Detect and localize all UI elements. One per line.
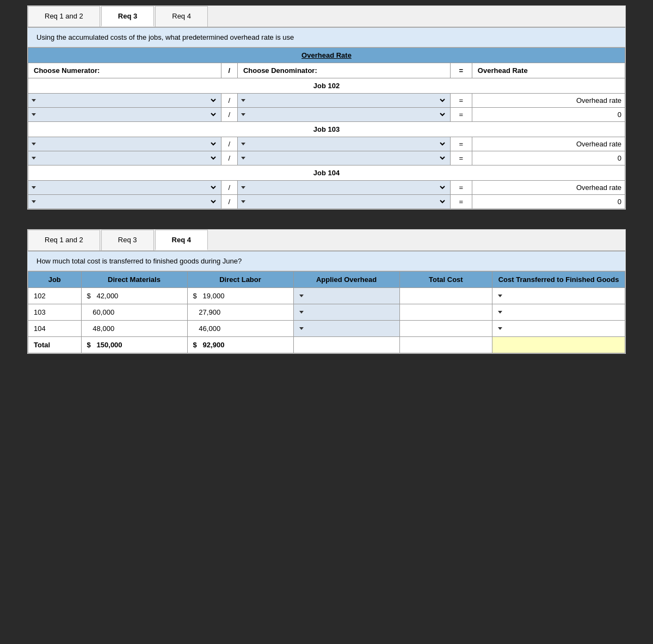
col-equals: = xyxy=(450,63,472,78)
dropdown-arrow-icon[interactable] xyxy=(32,143,36,145)
tab-req4[interactable]: Req 4 xyxy=(155,6,208,27)
row103-ao[interactable] xyxy=(293,304,399,321)
row103-tc xyxy=(399,304,492,321)
total-ctfg xyxy=(492,337,625,353)
tab-req1and2[interactable]: Req 1 and 2 xyxy=(28,6,100,27)
dropdown-arrow-icon[interactable] xyxy=(32,99,36,102)
job103-result1: Overhead rate xyxy=(472,137,625,151)
job103-denominator2[interactable] xyxy=(237,151,450,165)
col-ctfg: Cost Transferred to Finished Goods xyxy=(492,272,625,288)
dropdown-arrow-icon[interactable] xyxy=(299,327,304,330)
job102-numerator1[interactable] xyxy=(28,94,221,108)
row102-ao[interactable] xyxy=(293,288,399,304)
row103-dm: 60,000 xyxy=(81,304,187,321)
col-job: Job xyxy=(28,272,82,288)
tab2-req4[interactable]: Req 4 xyxy=(155,230,208,250)
job103-row2: / = 0 xyxy=(28,151,625,165)
job104-row1: / = Overhead rate xyxy=(28,181,625,195)
equals4: = xyxy=(450,151,472,165)
job102-title-row: Job 102 xyxy=(28,78,625,94)
dropdown-arrow-icon[interactable] xyxy=(498,295,502,297)
job104-numerator1[interactable] xyxy=(28,181,221,195)
section2: Req 1 and 2 Req 3 Req 4 How much total c… xyxy=(27,229,626,354)
dropdown-arrow-icon[interactable] xyxy=(498,327,502,330)
cost-transferred-table: Job Direct Materials Direct Labor Applie… xyxy=(28,271,625,353)
dropdown-arrow-icon[interactable] xyxy=(241,157,245,160)
job104-result2: 0 xyxy=(472,195,625,209)
col-slash: / xyxy=(221,63,237,78)
row104-ao[interactable] xyxy=(293,321,399,337)
row102-dm: $ 42,000 xyxy=(81,288,187,304)
total-tc xyxy=(399,337,492,353)
row104-dm: 48,000 xyxy=(81,321,187,337)
total-label: Total xyxy=(28,337,82,353)
row103-ctfg xyxy=(492,304,625,321)
job102-numerator2-select[interactable] xyxy=(38,110,218,119)
job102-row2: / = 0 xyxy=(28,108,625,122)
row104-ctfg xyxy=(492,321,625,337)
job102-numerator1-select[interactable] xyxy=(38,96,218,105)
col-dl: Direct Labor xyxy=(187,272,293,288)
dropdown-arrow-icon[interactable] xyxy=(241,113,245,116)
job102-denominator2-select[interactable] xyxy=(248,110,447,119)
cost-table-header-row: Job Direct Materials Direct Labor Applie… xyxy=(28,272,625,288)
job104-denominator2[interactable] xyxy=(237,195,450,209)
dropdown-arrow-icon[interactable] xyxy=(32,113,36,116)
job104-denominator1-select[interactable] xyxy=(248,183,447,192)
tab2-req3[interactable]: Req 3 xyxy=(101,230,154,250)
equals1: = xyxy=(450,94,472,108)
job104-numerator2[interactable] xyxy=(28,195,221,209)
job104-numerator1-select[interactable] xyxy=(38,183,218,192)
dropdown-arrow-icon[interactable] xyxy=(299,295,304,297)
dropdown-arrow-icon[interactable] xyxy=(32,157,36,160)
job102-result1: Overhead rate xyxy=(472,94,625,108)
section1: Req 1 and 2 Req 3 Req 4 Using the accumu… xyxy=(27,5,626,210)
slash6: / xyxy=(221,195,237,209)
table-row: 102 $ 42,000 $ 19,000 xyxy=(28,288,625,304)
dropdown-arrow-icon[interactable] xyxy=(241,186,245,189)
job103-denominator1-select[interactable] xyxy=(248,139,447,149)
total-dl: $ 92,900 xyxy=(187,337,293,353)
job102-denominator2[interactable] xyxy=(237,108,450,122)
row102-dl: $ 19,000 xyxy=(187,288,293,304)
overhead-rate-table: Overhead Rate Choose Numerator: / Choose… xyxy=(28,47,625,209)
slash5: / xyxy=(221,181,237,195)
job104-result1: Overhead rate xyxy=(472,181,625,195)
job104-denominator1[interactable] xyxy=(237,181,450,195)
row103-dl: 27,900 xyxy=(187,304,293,321)
tab-req3[interactable]: Req 3 xyxy=(101,6,154,27)
dropdown-arrow-icon[interactable] xyxy=(32,200,36,203)
job102-numerator2[interactable] xyxy=(28,108,221,122)
job102-denominator1-select[interactable] xyxy=(248,96,447,105)
job103-row1: / = Overhead rate xyxy=(28,137,625,151)
job102-result2: 0 xyxy=(472,108,625,122)
job104-title-row: Job 104 xyxy=(28,165,625,181)
table-row: 103 60,000 27,900 xyxy=(28,304,625,321)
dropdown-arrow-icon[interactable] xyxy=(241,99,245,102)
job104-denominator2-select[interactable] xyxy=(248,197,447,206)
job102-denominator1[interactable] xyxy=(237,94,450,108)
equals5: = xyxy=(450,181,472,195)
slash3: / xyxy=(221,137,237,151)
row104-tc xyxy=(399,321,492,337)
row104-job: 104 xyxy=(28,321,82,337)
job103-denominator1[interactable] xyxy=(237,137,450,151)
job103-numerator1[interactable] xyxy=(28,137,221,151)
job103-numerator2[interactable] xyxy=(28,151,221,165)
dropdown-arrow-icon[interactable] xyxy=(498,311,502,314)
info-bar-1: Using the accumulated costs of the jobs,… xyxy=(28,28,625,47)
dropdown-arrow-icon[interactable] xyxy=(241,200,245,203)
job103-numerator2-select[interactable] xyxy=(38,154,218,163)
dropdown-arrow-icon[interactable] xyxy=(32,186,36,189)
job104-numerator2-select[interactable] xyxy=(38,197,218,206)
tab2-req1and2[interactable]: Req 1 and 2 xyxy=(28,230,100,250)
job103-result2: 0 xyxy=(472,151,625,165)
job104-label: Job 104 xyxy=(28,165,625,181)
job102-label: Job 102 xyxy=(28,78,625,94)
dropdown-arrow-icon[interactable] xyxy=(299,311,304,314)
dropdown-arrow-icon[interactable] xyxy=(241,143,245,145)
job103-denominator2-select[interactable] xyxy=(248,154,447,163)
job103-numerator1-select[interactable] xyxy=(38,139,218,149)
col-dm: Direct Materials xyxy=(81,272,187,288)
total-ao xyxy=(293,337,399,353)
